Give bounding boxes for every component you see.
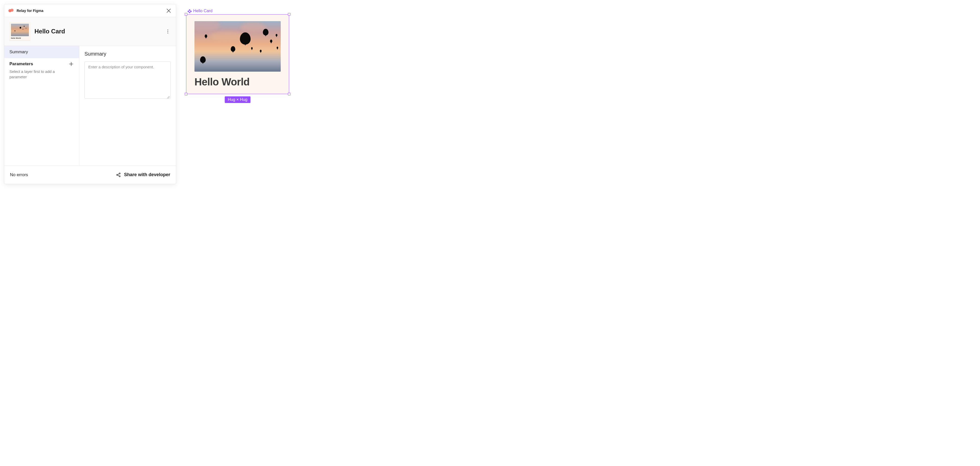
- share-label: Share with developer: [124, 172, 170, 178]
- close-icon: [166, 8, 171, 13]
- add-parameter-button[interactable]: [68, 61, 74, 67]
- component-header: Hello World Hello Card: [4, 17, 176, 46]
- resize-handle-br[interactable]: [288, 93, 290, 95]
- svg-rect-4: [188, 10, 189, 12]
- resize-handle-tr[interactable]: [288, 13, 290, 16]
- autolayout-size-badge: Hug × Hug: [225, 97, 251, 103]
- kebab-dot-icon: [167, 30, 168, 30]
- component-selection-box[interactable]: Hello World Hug × Hug: [186, 14, 289, 94]
- svg-point-0: [117, 174, 118, 175]
- resize-handle-tl[interactable]: [185, 13, 187, 16]
- thumbnail-image: [11, 24, 29, 36]
- hello-card-component: Hello World: [186, 14, 289, 94]
- resize-handle-bl[interactable]: [185, 93, 187, 95]
- parameters-heading: Parameters: [10, 62, 33, 67]
- kebab-dot-icon: [167, 33, 168, 33]
- plugin-header: Relay for Figma: [4, 4, 176, 17]
- plus-icon: [69, 62, 73, 66]
- main-pane: Summary: [80, 46, 176, 165]
- plugin-title: Relay for Figma: [17, 9, 43, 13]
- frame-label-text: Hello Card: [193, 9, 213, 13]
- body-area: Summary Parameters Select a layer first …: [4, 46, 176, 165]
- svg-rect-3: [189, 9, 190, 11]
- card-image: [194, 21, 281, 71]
- card-title: Hello World: [194, 76, 281, 88]
- frame-label[interactable]: Hello Card: [188, 9, 289, 13]
- description-wrap: [84, 62, 171, 100]
- parameters-header: Parameters: [4, 58, 79, 68]
- nav-item-summary[interactable]: Summary: [4, 46, 79, 58]
- canvas-frame: Hello Card Hello World: [186, 9, 289, 94]
- plugin-header-left: Relay for Figma: [8, 9, 43, 13]
- sidebar: Summary Parameters Select a layer first …: [4, 46, 80, 165]
- parameters-help-text: Select a layer first to add a parameter: [4, 68, 63, 81]
- description-input[interactable]: [84, 62, 171, 99]
- status-text: No errors: [10, 172, 28, 178]
- share-icon: [116, 172, 121, 178]
- svg-rect-5: [190, 10, 192, 12]
- svg-point-1: [119, 173, 120, 174]
- close-button[interactable]: [165, 8, 172, 14]
- relay-logo-icon: [8, 9, 14, 13]
- footer: No errors Share with developer: [4, 165, 176, 184]
- component-icon: [188, 9, 192, 13]
- svg-point-2: [119, 176, 120, 177]
- component-header-left: Hello World Hello Card: [10, 22, 65, 41]
- component-name: Hello Card: [35, 28, 65, 35]
- plugin-panel: Relay for Figma Hello World Hello Card: [4, 4, 176, 184]
- share-with-developer-button[interactable]: Share with developer: [116, 172, 170, 178]
- component-thumbnail: Hello World: [10, 22, 30, 41]
- svg-rect-6: [189, 12, 190, 13]
- thumbnail-label: Hello World: [11, 37, 29, 39]
- more-menu-button[interactable]: [165, 28, 171, 35]
- kebab-dot-icon: [167, 31, 168, 32]
- main-heading: Summary: [84, 51, 171, 57]
